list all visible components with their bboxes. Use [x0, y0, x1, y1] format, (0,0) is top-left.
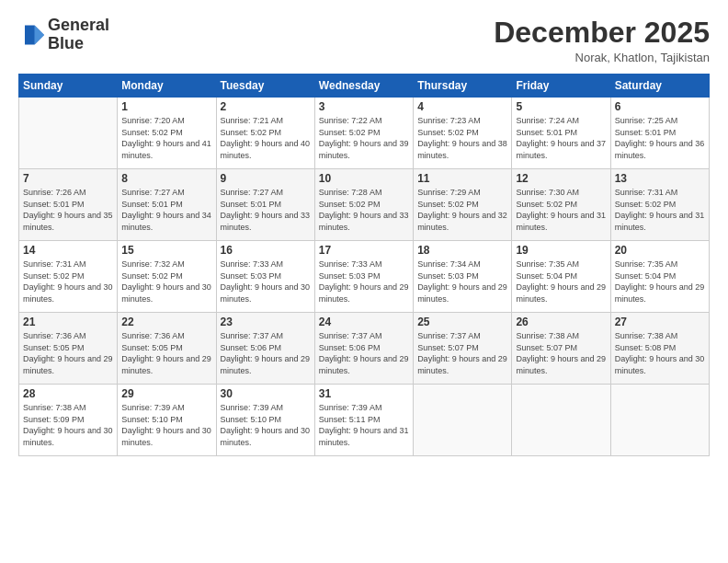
day-info: Sunrise: 7:24 AMSunset: 5:01 PMDaylight:…	[516, 115, 606, 161]
day-cell	[610, 385, 709, 456]
logo-text-general: General	[48, 17, 109, 35]
day-info: Sunrise: 7:35 AMSunset: 5:04 PMDaylight:…	[615, 259, 705, 304]
day-number: 26	[516, 316, 606, 328]
day-number: 24	[319, 316, 409, 328]
day-number: 21	[23, 316, 113, 328]
day-info: Sunrise: 7:27 AMSunset: 5:01 PMDaylight:…	[221, 187, 311, 233]
day-info: Sunrise: 7:26 AMSunset: 5:01 PMDaylight:…	[23, 187, 113, 233]
day-number: 13	[615, 172, 705, 185]
day-cell: 22Sunrise: 7:36 AMSunset: 5:05 PMDayligh…	[118, 313, 216, 385]
day-info: Sunrise: 7:27 AMSunset: 5:01 PMDaylight:…	[121, 187, 211, 233]
day-number: 2	[221, 100, 311, 113]
day-info: Sunrise: 7:37 AMSunset: 5:07 PMDaylight:…	[417, 330, 507, 376]
day-info: Sunrise: 7:37 AMSunset: 5:06 PMDaylight:…	[319, 330, 409, 376]
header-tuesday: Tuesday	[216, 75, 314, 98]
day-cell: 20Sunrise: 7:35 AMSunset: 5:04 PMDayligh…	[610, 241, 709, 313]
day-info: Sunrise: 7:31 AMSunset: 5:02 PMDaylight:…	[615, 187, 705, 233]
day-info: Sunrise: 7:20 AMSunset: 5:02 PMDaylight:…	[121, 115, 211, 161]
day-number: 22	[121, 316, 211, 328]
day-cell: 29Sunrise: 7:39 AMSunset: 5:10 PMDayligh…	[118, 385, 216, 456]
day-cell	[414, 385, 512, 456]
day-info: Sunrise: 7:39 AMSunset: 5:11 PMDaylight:…	[319, 402, 409, 448]
header-row: SundayMondayTuesdayWednesdayThursdayFrid…	[19, 75, 710, 98]
location: Norak, Khatlon, Tajikistan	[494, 51, 710, 64]
day-info: Sunrise: 7:23 AMSunset: 5:02 PMDaylight:…	[417, 115, 507, 161]
day-cell: 31Sunrise: 7:39 AMSunset: 5:11 PMDayligh…	[314, 385, 413, 456]
day-number: 8	[121, 172, 211, 185]
header-monday: Monday	[118, 75, 216, 98]
day-number: 19	[516, 244, 606, 257]
day-cell: 5Sunrise: 7:24 AMSunset: 5:01 PMDaylight…	[512, 98, 610, 169]
day-cell: 15Sunrise: 7:32 AMSunset: 5:02 PMDayligh…	[118, 241, 216, 313]
day-number: 29	[121, 387, 211, 400]
day-number: 17	[319, 244, 409, 257]
day-cell: 7Sunrise: 7:26 AMSunset: 5:01 PMDaylight…	[19, 169, 118, 241]
day-info: Sunrise: 7:33 AMSunset: 5:03 PMDaylight:…	[221, 259, 311, 304]
calendar-table: SundayMondayTuesdayWednesdayThursdayFrid…	[18, 74, 710, 456]
day-info: Sunrise: 7:28 AMSunset: 5:02 PMDaylight:…	[319, 187, 409, 233]
day-cell: 2Sunrise: 7:21 AMSunset: 5:02 PMDaylight…	[216, 98, 314, 169]
svg-marker-1	[35, 25, 45, 44]
logo: General Blue	[18, 17, 109, 53]
day-cell: 11Sunrise: 7:29 AMSunset: 5:02 PMDayligh…	[414, 169, 512, 241]
day-cell: 26Sunrise: 7:38 AMSunset: 5:07 PMDayligh…	[512, 313, 610, 385]
day-info: Sunrise: 7:39 AMSunset: 5:10 PMDaylight:…	[221, 402, 311, 448]
week-row-2: 7Sunrise: 7:26 AMSunset: 5:01 PMDaylight…	[19, 169, 710, 241]
header: General Blue December 2025 Norak, Khatlo…	[18, 17, 710, 64]
week-row-1: 1Sunrise: 7:20 AMSunset: 5:02 PMDaylight…	[19, 98, 710, 169]
day-cell: 1Sunrise: 7:20 AMSunset: 5:02 PMDaylight…	[118, 98, 216, 169]
header-friday: Friday	[512, 75, 610, 98]
day-number: 7	[23, 172, 113, 185]
header-thursday: Thursday	[414, 75, 512, 98]
day-cell: 16Sunrise: 7:33 AMSunset: 5:03 PMDayligh…	[216, 241, 314, 313]
day-cell: 4Sunrise: 7:23 AMSunset: 5:02 PMDaylight…	[414, 98, 512, 169]
day-info: Sunrise: 7:34 AMSunset: 5:03 PMDaylight:…	[417, 259, 507, 304]
day-number: 14	[23, 244, 113, 257]
day-number: 9	[221, 172, 311, 185]
day-info: Sunrise: 7:37 AMSunset: 5:06 PMDaylight:…	[221, 330, 311, 376]
day-number: 16	[221, 244, 311, 257]
day-number: 6	[615, 100, 705, 113]
week-row-3: 14Sunrise: 7:31 AMSunset: 5:02 PMDayligh…	[19, 241, 710, 313]
day-info: Sunrise: 7:33 AMSunset: 5:03 PMDaylight:…	[319, 259, 409, 304]
day-cell: 25Sunrise: 7:37 AMSunset: 5:07 PMDayligh…	[414, 313, 512, 385]
day-number: 20	[615, 244, 705, 257]
day-number: 15	[121, 244, 211, 257]
day-info: Sunrise: 7:32 AMSunset: 5:02 PMDaylight:…	[121, 259, 211, 304]
day-number: 11	[417, 172, 507, 185]
day-info: Sunrise: 7:36 AMSunset: 5:05 PMDaylight:…	[121, 330, 211, 376]
day-number: 18	[417, 244, 507, 257]
day-cell: 3Sunrise: 7:22 AMSunset: 5:02 PMDaylight…	[314, 98, 413, 169]
header-wednesday: Wednesday	[314, 75, 413, 98]
day-number: 12	[516, 172, 606, 185]
day-cell: 28Sunrise: 7:38 AMSunset: 5:09 PMDayligh…	[19, 385, 118, 456]
header-sunday: Sunday	[19, 75, 118, 98]
day-cell: 18Sunrise: 7:34 AMSunset: 5:03 PMDayligh…	[414, 241, 512, 313]
day-info: Sunrise: 7:25 AMSunset: 5:01 PMDaylight:…	[615, 115, 705, 161]
day-info: Sunrise: 7:21 AMSunset: 5:02 PMDaylight:…	[221, 115, 311, 161]
day-cell: 23Sunrise: 7:37 AMSunset: 5:06 PMDayligh…	[216, 313, 314, 385]
day-cell: 8Sunrise: 7:27 AMSunset: 5:01 PMDaylight…	[118, 169, 216, 241]
day-info: Sunrise: 7:38 AMSunset: 5:07 PMDaylight:…	[516, 330, 606, 376]
month-title: December 2025	[494, 17, 710, 49]
header-saturday: Saturday	[610, 75, 709, 98]
title-block: December 2025 Norak, Khatlon, Tajikistan	[494, 17, 710, 64]
calendar-page: General Blue December 2025 Norak, Khatlo…	[0, 0, 728, 563]
logo-text-blue: Blue	[48, 35, 109, 53]
day-cell: 24Sunrise: 7:37 AMSunset: 5:06 PMDayligh…	[314, 313, 413, 385]
day-number: 4	[417, 100, 507, 113]
day-cell: 30Sunrise: 7:39 AMSunset: 5:10 PMDayligh…	[216, 385, 314, 456]
day-cell	[19, 98, 118, 169]
day-cell: 12Sunrise: 7:30 AMSunset: 5:02 PMDayligh…	[512, 169, 610, 241]
day-number: 23	[221, 316, 311, 328]
day-number: 1	[121, 100, 211, 113]
day-cell: 13Sunrise: 7:31 AMSunset: 5:02 PMDayligh…	[610, 169, 709, 241]
day-info: Sunrise: 7:30 AMSunset: 5:02 PMDaylight:…	[516, 187, 606, 233]
day-number: 28	[23, 387, 113, 400]
logo-icon	[18, 22, 44, 48]
day-number: 25	[417, 316, 507, 328]
day-cell: 21Sunrise: 7:36 AMSunset: 5:05 PMDayligh…	[19, 313, 118, 385]
day-cell: 6Sunrise: 7:25 AMSunset: 5:01 PMDaylight…	[610, 98, 709, 169]
day-info: Sunrise: 7:38 AMSunset: 5:09 PMDaylight:…	[23, 402, 113, 448]
day-number: 30	[221, 387, 311, 400]
